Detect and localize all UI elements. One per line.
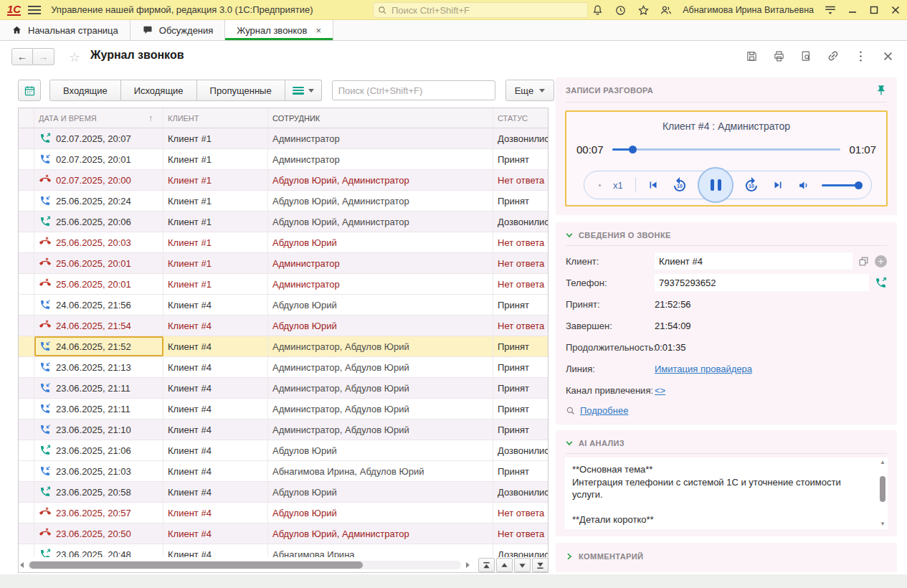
table-row[interactable]: 23.06.2025, 20:50Клиент #4Абдулов Юрий, … xyxy=(19,523,548,544)
status-cell[interactable]: Принят xyxy=(493,295,548,315)
playback-speed-button[interactable]: x1 xyxy=(613,180,623,191)
client-cell[interactable]: Клиент #1 xyxy=(163,128,268,148)
status-cell[interactable]: Нет ответа xyxy=(493,253,548,273)
skip-to-start-button[interactable] xyxy=(645,176,663,194)
status-cell[interactable]: Дозвонились xyxy=(493,212,548,232)
employee-cell[interactable]: Администратор xyxy=(268,253,493,273)
datetime-cell[interactable]: 02.07.2025, 20:07 xyxy=(34,128,163,148)
employee-cell[interactable]: Абдулов Юрий xyxy=(268,482,493,502)
filter-outgoing-button[interactable]: Исходящие xyxy=(121,80,197,101)
status-cell[interactable]: Нет ответа xyxy=(493,503,548,523)
client-cell[interactable]: Клиент #1 xyxy=(163,170,268,190)
employee-cell[interactable]: Абдулов Юрий xyxy=(268,503,493,523)
table-row[interactable]: 25.06.2025, 20:01Клиент #1АдминистраторН… xyxy=(19,253,548,274)
client-cell[interactable]: Клиент #4 xyxy=(163,336,268,356)
datetime-cell[interactable]: 24.06.2025, 21:56 xyxy=(34,295,163,315)
maximize-button[interactable] xyxy=(868,4,880,16)
status-cell[interactable]: Принят xyxy=(493,399,548,419)
datetime-cell[interactable]: 25.06.2025, 20:06 xyxy=(34,212,163,232)
employee-cell[interactable]: Абдулов Юрий xyxy=(268,232,493,252)
list-settings-button[interactable] xyxy=(285,80,322,101)
page-favorite-star-icon[interactable]: ☆ xyxy=(69,49,80,65)
datetime-cell[interactable]: 24.06.2025, 21:52 xyxy=(34,336,163,356)
status-cell[interactable]: Принят xyxy=(493,357,548,377)
client-cell[interactable]: Клиент #4 xyxy=(163,440,268,460)
open-record-icon[interactable] xyxy=(858,256,869,267)
table-row[interactable]: 24.06.2025, 21:56Клиент #4Абдулов ЮрийПр… xyxy=(19,295,548,316)
status-cell[interactable]: Дозвонились xyxy=(493,128,548,148)
employee-cell[interactable]: Администратор, Абдулов Юрий xyxy=(268,357,493,377)
volume-icon[interactable] xyxy=(796,176,813,194)
list-search-input[interactable]: Поиск (Ctrl+Shift+F) xyxy=(332,80,495,100)
datetime-cell[interactable]: 25.06.2025, 20:01 xyxy=(34,274,163,294)
calendar-filter-button[interactable] xyxy=(18,80,41,101)
back-button[interactable]: ← xyxy=(11,48,33,65)
pause-button[interactable] xyxy=(698,167,733,203)
print-icon[interactable] xyxy=(772,49,785,62)
chevron-right-icon[interactable] xyxy=(566,553,573,560)
more-actions-kebab-icon[interactable] xyxy=(854,49,867,62)
ai-scrollbar[interactable]: ▲ ▼ xyxy=(878,457,888,529)
status-cell[interactable]: Принят xyxy=(493,378,548,398)
employee-cell[interactable]: Абдулов Юрий, Администратор xyxy=(268,212,493,232)
employee-cell[interactable]: Абдулов Юрий xyxy=(268,316,493,336)
employee-cell[interactable]: Абдулов Юрий xyxy=(268,440,493,460)
get-link-icon[interactable] xyxy=(827,49,840,62)
pin-icon[interactable] xyxy=(875,85,887,96)
datetime-cell[interactable]: 23.06.2025, 21:10 xyxy=(34,419,163,440)
client-cell[interactable]: Клиент #4 xyxy=(163,482,268,502)
scroll-right-icon[interactable] xyxy=(464,561,471,569)
datetime-cell[interactable]: 25.06.2025, 20:01 xyxy=(34,253,163,273)
datetime-cell[interactable]: 23.06.2025, 20:48 xyxy=(34,544,163,557)
status-column-header[interactable]: СТАТУС xyxy=(493,108,548,128)
chevron-down-icon[interactable] xyxy=(566,232,573,239)
employee-cell[interactable]: Администратор xyxy=(268,274,493,294)
client-cell[interactable]: Клиент #1 xyxy=(163,253,268,273)
table-row[interactable]: 23.06.2025, 20:48Клиент #4Абнагимова Ири… xyxy=(19,544,548,557)
employee-cell[interactable]: Абнагимова Ирина, Абдулов Юрий xyxy=(268,461,493,481)
volume-slider-knob[interactable] xyxy=(855,181,863,189)
rewind-10-button[interactable]: 10 xyxy=(671,176,688,194)
employee-cell[interactable]: Абдулов Юрий, Администратор xyxy=(268,523,493,544)
ai-scrollbar-thumb[interactable] xyxy=(880,476,885,502)
client-cell[interactable]: Клиент #4 xyxy=(163,419,268,440)
scroll-left-icon[interactable] xyxy=(18,561,25,569)
history-icon[interactable] xyxy=(614,4,627,16)
chevron-down-icon[interactable] xyxy=(566,440,573,447)
employee-cell[interactable]: Абнагимова Ирина xyxy=(268,544,493,557)
status-cell[interactable]: Принят xyxy=(493,419,548,440)
employee-cell[interactable]: Администратор, Абдулов Юрий xyxy=(268,378,493,398)
status-cell[interactable]: Принят xyxy=(493,191,548,211)
status-cell[interactable]: Принят xyxy=(493,461,548,481)
datetime-cell[interactable]: 02.07.2025, 20:01 xyxy=(34,149,163,169)
close-window-button[interactable] xyxy=(890,4,901,16)
client-cell[interactable]: Клиент #1 xyxy=(163,274,268,294)
client-cell[interactable]: Клиент #4 xyxy=(163,295,268,315)
global-search-input[interactable]: Поиск Ctrl+Shift+F xyxy=(373,2,588,18)
employee-cell[interactable]: Администратор, Абдулов Юрий xyxy=(268,336,493,356)
employee-column-header[interactable]: СОТРУДНИК xyxy=(268,108,493,128)
client-cell[interactable]: Клиент #1 xyxy=(163,232,268,252)
service-menu-icon[interactable] xyxy=(824,4,837,16)
status-cell[interactable]: Нет ответа xyxy=(493,523,548,544)
table-row[interactable]: 02.07.2025, 20:07Клиент #1АдминистраторД… xyxy=(19,128,548,149)
table-row[interactable]: 25.06.2025, 20:03Клиент #1Абдулов ЮрийНе… xyxy=(19,232,548,253)
employee-cell[interactable]: Администратор xyxy=(268,149,493,169)
datetime-cell[interactable]: 23.06.2025, 21:11 xyxy=(34,399,163,419)
detail-field-link[interactable]: Имитация провайдера xyxy=(655,364,752,374)
more-menu-button[interactable]: Еще xyxy=(505,80,554,101)
employee-cell[interactable]: Администратор xyxy=(268,128,493,148)
users-icon[interactable] xyxy=(660,4,673,16)
datetime-cell[interactable]: 23.06.2025, 20:58 xyxy=(34,482,163,502)
filter-incoming-button[interactable]: Входящие xyxy=(49,80,121,101)
client-cell[interactable]: Клиент #4 xyxy=(163,523,268,544)
scroll-down-icon[interactable]: ▼ xyxy=(880,521,885,528)
tab-home[interactable]: Начальная страница xyxy=(0,20,130,40)
table-row[interactable]: 25.06.2025, 20:06Клиент #1Абдулов Юрий, … xyxy=(19,212,548,232)
row-down-button[interactable] xyxy=(514,558,531,572)
client-cell[interactable]: Клиент #4 xyxy=(163,316,268,336)
forward-10-button[interactable]: 10 xyxy=(743,176,760,194)
datetime-cell[interactable]: 23.06.2025, 20:50 xyxy=(34,523,163,544)
detail-field-input[interactable]: Клиент #4 xyxy=(655,252,853,270)
employee-cell[interactable]: Администратор, Абдулов Юрий xyxy=(268,399,493,419)
